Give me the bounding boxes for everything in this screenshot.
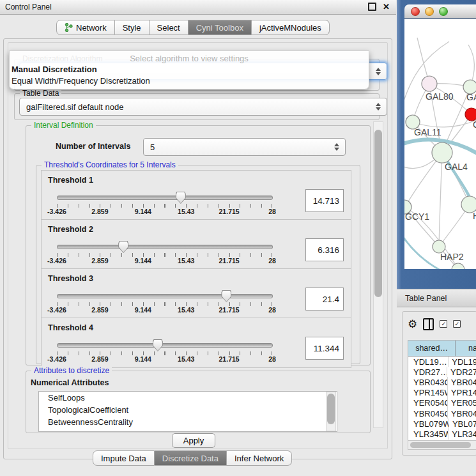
tick-label: 21.715	[219, 208, 240, 215]
interval-definition-group-label: Interval Definition	[31, 121, 96, 130]
table-row[interactable]: YBR043CYBR04	[408, 377, 476, 387]
table-data-select[interactable]: galFiltered.sif default node	[19, 98, 387, 116]
table-row[interactable]: YDR27…YDR27	[408, 367, 476, 377]
threshold-1-slider-track[interactable]	[57, 196, 273, 200]
tick-label: 15.43	[178, 306, 194, 314]
threshold-2-slider-track[interactable]	[57, 245, 273, 249]
control-panel-header: Control Panel ✕	[0, 0, 396, 15]
settings-scrollbar[interactable]	[373, 121, 383, 428]
table-cell: YDR27…	[408, 367, 447, 377]
tick-label: 15.43	[178, 208, 194, 215]
column-header-name[interactable]: na	[456, 341, 476, 356]
table-horizontal-scrollbar-thumb[interactable]	[410, 442, 471, 448]
algorithm-option-manual[interactable]: Manual Discretization	[12, 65, 97, 74]
network-window-titlebar[interactable]	[404, 4, 476, 19]
select-columns-checkbox-icon-2[interactable]: ✓	[453, 320, 461, 328]
table-row[interactable]: YLR345WYLR34	[408, 429, 476, 439]
network-node-label: H	[473, 211, 476, 221]
network-node[interactable]	[432, 142, 452, 163]
tick-label: 9.144	[135, 355, 151, 363]
cyni-bottom-tabs: Impute Data Discretize Data Infer Networ…	[93, 450, 292, 466]
numerical-attributes-list[interactable]: SelfLoopsTopologicalCoefficientBetweenne…	[38, 391, 337, 432]
table-panel-title: Table Panel	[405, 294, 447, 303]
threshold-3-value-field[interactable]: 21.4	[305, 288, 344, 311]
tab-jactivemnodules[interactable]: jActiveMNodules	[252, 20, 330, 35]
threshold-2-value-field[interactable]: 6.316	[305, 238, 344, 261]
network-node-label: GCY1	[405, 211, 429, 222]
tab-cyni-toolbox[interactable]: Cyni Toolbox	[188, 20, 252, 35]
node-table-rows: YDL19…YDL19YDR27…YDR27YBR043CYBR04YPR145…	[408, 357, 476, 441]
threshold-4-slider-track[interactable]	[57, 343, 273, 348]
table-row[interactable]: YBR045CYBR04	[408, 408, 476, 418]
threshold-3-tick-labels: -3.4262.8599.14415.4321.71528	[57, 306, 272, 314]
threshold-2-tick-labels: -3.4262.8599.14415.4321.71528	[57, 257, 272, 265]
table-row[interactable]: YPR145WYPR14	[408, 388, 476, 398]
tab-impute-data[interactable]: Impute Data	[93, 450, 155, 466]
table-settings-gear-icon[interactable]: ⚙	[408, 319, 417, 330]
table-horizontal-scrollbar[interactable]	[408, 440, 476, 450]
node-table-header-row: shared… na	[408, 341, 476, 357]
threshold-1-slider-thumb[interactable]	[176, 192, 186, 204]
threshold-3-slider-thumb[interactable]	[221, 290, 231, 302]
network-view-canvas[interactable]: GAL80GACGAL11GAL4HGCY1HAP2	[404, 19, 476, 269]
algorithm-hint: Select algorithm to view settings	[10, 54, 369, 63]
table-cell: YPR145W	[408, 388, 448, 398]
tab-discretize-data[interactable]: Discretize Data	[155, 450, 227, 466]
attribute-list-item[interactable]: BetweennessCentrality	[39, 416, 337, 428]
close-window-button[interactable]	[411, 7, 420, 16]
attributes-list-scrollbar[interactable]	[326, 392, 336, 431]
threshold-4-value-field[interactable]: 11.344	[305, 337, 344, 360]
table-data-selected-value: galFiltered.sif default node	[26, 102, 123, 112]
column-header-shared-name[interactable]: shared…	[408, 341, 456, 356]
settings-scrollbar-thumb[interactable]	[374, 130, 382, 297]
table-panel: ⚙ ✓ ✓ shared… na YDL19…YDL19YDR27…YDR27Y…	[402, 311, 476, 456]
network-node[interactable]	[465, 108, 476, 121]
tick-label: 9.144	[135, 306, 151, 314]
table-cell: YDL19	[449, 357, 476, 367]
tab-style[interactable]: Style	[115, 20, 150, 35]
table-cell: YDR27	[447, 367, 476, 377]
tab-network[interactable]: Network	[56, 20, 115, 35]
table-cell: YBR04	[448, 409, 476, 418]
table-row[interactable]: YDL19…YDL19	[408, 357, 476, 367]
table-cell: YDL19…	[408, 357, 449, 367]
tick-label: 28	[268, 257, 276, 265]
attribute-list-item[interactable]: TopologicalCoefficient	[39, 404, 337, 416]
threshold-2-slider-thumb[interactable]	[118, 241, 128, 253]
minimize-window-button[interactable]	[425, 7, 434, 16]
tick-label: 2.859	[91, 208, 108, 215]
threshold-4-slider-thumb[interactable]	[153, 339, 163, 351]
table-cell: YBR04	[448, 378, 476, 387]
tick-label: 28	[268, 355, 276, 363]
apply-button[interactable]: Apply	[172, 433, 215, 448]
attributes-list-scrollbar-thumb[interactable]	[327, 394, 335, 424]
network-node[interactable]	[433, 240, 445, 253]
tick-label: 2.859	[91, 355, 108, 363]
network-nodes[interactable]	[404, 76, 476, 269]
float-window-icon[interactable]	[368, 3, 376, 11]
zoom-window-button[interactable]	[439, 7, 448, 16]
tick-label: 15.43	[178, 257, 194, 265]
tab-infer-network[interactable]: Infer Network	[227, 450, 292, 466]
table-cell: YLR34	[449, 429, 476, 439]
node-attribute-table[interactable]: shared… na YDL19…YDL19YDR27…YDR27YBR043C…	[408, 340, 476, 441]
table-cell: YBR043C	[408, 377, 448, 387]
table-cell: YBL07	[449, 419, 476, 429]
threshold-1-value-field[interactable]: 14.713	[305, 189, 344, 212]
column-layout-icon[interactable]	[423, 318, 434, 330]
network-node[interactable]	[422, 76, 437, 91]
number-of-intervals-select[interactable]: 5	[143, 138, 346, 156]
tab-select[interactable]: Select	[150, 20, 188, 35]
algorithm-dropdown-popup: Select algorithm to view settings Manual…	[9, 50, 369, 89]
network-node-label: GA	[466, 92, 476, 102]
select-columns-checkbox-icon-1[interactable]: ✓	[440, 320, 447, 328]
algorithm-option-equal-width[interactable]: Equal Width/Frequency Discretization	[12, 76, 150, 86]
tick-label: 21.715	[219, 306, 240, 314]
table-row[interactable]: YER054CYER05	[408, 398, 476, 408]
table-row[interactable]: YBL079WYBL07	[408, 418, 476, 429]
threshold-3-label: Threshold 3	[48, 274, 93, 283]
threshold-1-label: Threshold 1	[48, 176, 93, 185]
threshold-3-slider-track[interactable]	[57, 294, 273, 298]
attribute-list-item[interactable]: SelfLoops	[39, 392, 337, 404]
close-panel-icon[interactable]: ✕	[383, 3, 390, 11]
